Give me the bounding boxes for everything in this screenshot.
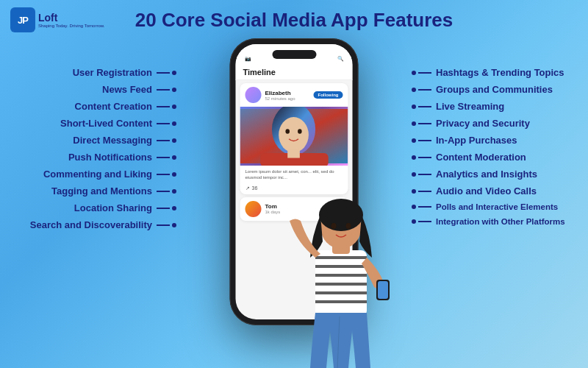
feature-right-8: Audio and Video Calls [406, 183, 588, 199]
dot [412, 219, 416, 224]
connector-r3 [412, 105, 431, 109]
line [418, 89, 431, 91]
share-icon: ↗ [245, 185, 250, 191]
feature-right-5: In-App Purchases [406, 132, 588, 148]
line [157, 140, 170, 141]
feature-right-2: Groups and Communities [406, 82, 588, 97]
dot [172, 71, 176, 75]
post-user-info-2: Tom 1k days [245, 201, 343, 217]
dot [412, 88, 416, 92]
dot [172, 121, 176, 126]
svg-rect-20 [378, 281, 388, 299]
connector-9 [157, 206, 176, 210]
feature-left-6: Push Notifications [0, 149, 182, 165]
dot [172, 155, 176, 160]
line [418, 191, 431, 192]
post-time-2: 1k days [265, 210, 281, 214]
post-likes-1: ↗ 36 [240, 184, 348, 194]
connector-5 [157, 138, 176, 143]
connector-r6 [412, 155, 431, 160]
connector-10 [157, 223, 176, 227]
connector-r9 [412, 205, 431, 209]
post-username-2: Tom [265, 203, 281, 210]
dot [412, 155, 416, 160]
dot [412, 105, 416, 109]
post-meta-1: Elizabeth 52 minutes ago [265, 90, 295, 101]
post-time-1: 52 minutes ago [265, 96, 295, 101]
line [157, 208, 170, 209]
line [157, 89, 170, 91]
dot [172, 172, 176, 177]
dot [412, 121, 416, 126]
line [157, 191, 170, 192]
connector-2 [157, 88, 176, 92]
connector-r1 [412, 71, 431, 75]
feature-left-10: Search and Discoverability [0, 217, 182, 233]
connector-r10 [412, 219, 431, 224]
line [418, 221, 431, 222]
dot [172, 206, 176, 210]
dot [172, 189, 176, 194]
line [157, 157, 170, 158]
feature-right-9: Polls and Interactive Elements [406, 200, 588, 213]
dot [412, 138, 416, 143]
phone-notch [272, 50, 316, 59]
connector-r8 [412, 189, 431, 194]
feature-left-2: News Feed [0, 82, 182, 97]
phone-outer: 📷 🔍 Timeline Elizabeth 52 minutes ago [230, 38, 359, 325]
left-features-list: User Registration News Feed Content Crea… [0, 65, 182, 233]
feature-right-3: Live Streaming [406, 99, 588, 114]
dot [172, 88, 176, 92]
page-title: 20 Core Social Media App Features [0, 9, 588, 32]
feature-right-6: Content Moderation [406, 149, 588, 165]
connector-8 [157, 189, 176, 194]
dot [412, 189, 416, 194]
line [157, 174, 170, 175]
phone-post-2: Tom 1k days [240, 197, 348, 221]
follow-button[interactable]: Following [314, 91, 343, 99]
feature-left-4: Short-Lived Content [0, 116, 182, 131]
svg-point-3 [285, 129, 290, 133]
feature-left-9: Location Sharing [0, 200, 182, 216]
phone-screen: 📷 🔍 Timeline Elizabeth 52 minutes ago [236, 44, 353, 319]
post-header-1: Elizabeth 52 minutes ago Following [240, 83, 348, 107]
post-meta-2: Tom 1k days [265, 203, 281, 214]
line [157, 72, 170, 74]
right-features-list: Hashtags & Trending Topics Groups and Co… [406, 65, 588, 228]
line [418, 174, 431, 175]
dot [172, 105, 176, 109]
line [418, 140, 431, 141]
feature-left-7: Commenting and Liking [0, 166, 182, 182]
feature-left-1: User Registration [0, 65, 182, 80]
line [418, 157, 431, 158]
feature-right-10: Integration with Other Platforms [406, 215, 588, 228]
phone-timeline-label: Timeline [243, 68, 276, 77]
connector-6 [157, 155, 176, 160]
line [418, 206, 431, 208]
dot [412, 71, 416, 75]
phone-mockup: 📷 🔍 Timeline Elizabeth 52 minutes ago [230, 38, 359, 325]
feature-right-1: Hashtags & Trending Topics [406, 65, 588, 80]
connector-r4 [412, 121, 431, 126]
feature-left-8: Tagging and Mentions [0, 183, 182, 199]
feature-right-7: Analytics and Insights [406, 166, 588, 182]
post-user-info-1: Elizabeth 52 minutes ago [245, 87, 295, 103]
post-image-svg [240, 107, 348, 166]
connector-r2 [412, 88, 431, 92]
post-avatar-2 [245, 201, 262, 217]
post-username-1: Elizabeth [265, 90, 295, 96]
dot [412, 205, 416, 209]
line [157, 106, 170, 107]
connector-r5 [412, 138, 431, 143]
svg-point-2 [279, 117, 309, 152]
feature-right-4: Privacy and Security [406, 116, 588, 131]
post-avatar-1 [245, 87, 262, 103]
feature-left-5: Direct Messaging [0, 132, 182, 148]
phone-header: Timeline [236, 65, 353, 80]
connector-4 [157, 121, 176, 126]
status-search-icon: 🔍 [337, 56, 344, 62]
dot [172, 138, 176, 143]
phone-post-1: Elizabeth 52 minutes ago Following [240, 83, 348, 194]
line [418, 72, 431, 74]
connector-1 [157, 71, 176, 75]
